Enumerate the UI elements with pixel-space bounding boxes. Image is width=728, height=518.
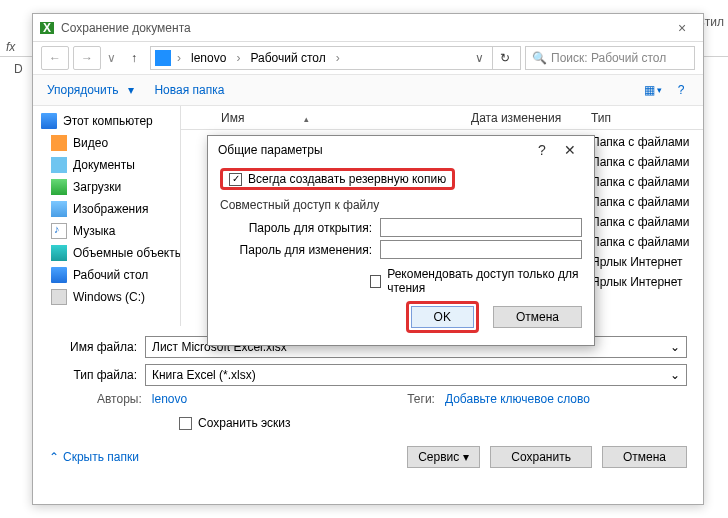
modal-titlebar: Общие параметры ? ✕ xyxy=(208,136,594,164)
svg-text:X: X xyxy=(43,21,51,35)
dialog-footer: ⌃Скрыть папки Сервис▾ Сохранить Отмена xyxy=(33,436,703,478)
ok-button-highlight: OK xyxy=(406,301,479,333)
folder-icon xyxy=(155,50,171,66)
drive-icon xyxy=(51,289,67,305)
tools-menu[interactable]: Сервис▾ xyxy=(407,446,480,468)
sidebar-item-downloads[interactable]: Загрузки xyxy=(33,176,180,198)
help-button[interactable]: ? xyxy=(667,78,695,102)
music-icon xyxy=(51,223,67,239)
chevron-right-icon: › xyxy=(332,51,344,65)
password-modify-input[interactable] xyxy=(380,240,582,259)
filetype-label: Тип файла: xyxy=(49,368,145,382)
filename-label: Имя файла: xyxy=(49,340,145,354)
filetype-select[interactable]: Книга Excel (*.xlsx)⌄ xyxy=(145,364,687,386)
sidebar-item-music[interactable]: Музыка xyxy=(33,220,180,242)
pictures-icon xyxy=(51,201,67,217)
save-button[interactable]: Сохранить xyxy=(490,446,592,468)
col-date[interactable]: Дата изменения xyxy=(471,111,591,125)
modal-title: Общие параметры xyxy=(218,143,528,157)
chevron-down-icon[interactable]: ▾ xyxy=(124,83,138,97)
chevron-down-icon[interactable]: ⌄ xyxy=(670,340,680,354)
refresh-button[interactable]: ↻ xyxy=(492,46,516,70)
always-backup-label: Всегда создавать резервную копию xyxy=(248,172,446,186)
tags-value[interactable]: Добавьте ключевое слово xyxy=(445,392,590,406)
chevron-down-icon: ▾ xyxy=(463,450,469,464)
authors-value[interactable]: lenovo xyxy=(152,392,187,406)
breadcrumb-leaf[interactable]: Рабочий стол xyxy=(246,51,329,65)
sidebar-item-pictures[interactable]: Изображения xyxy=(33,198,180,220)
breadcrumb-dropdown[interactable]: ∨ xyxy=(469,51,490,65)
sidebar-item-3d[interactable]: Объемные объекты xyxy=(33,242,180,264)
password-modify-label: Пароль для изменения: xyxy=(220,243,380,257)
sidebar-item-videos[interactable]: Видео xyxy=(33,132,180,154)
chevron-right-icon: › xyxy=(232,51,244,65)
sidebar: Этот компьютер Видео Документы Загрузки … xyxy=(33,106,181,326)
formula-bar-icon: fx xyxy=(6,40,15,54)
column-header-d: D xyxy=(14,62,23,76)
toolbar: Упорядочить ▾ Новая папка ▦▾ ? xyxy=(33,74,703,106)
sidebar-item-drive-c[interactable]: Windows (C:) xyxy=(33,286,180,308)
nav-forward-button[interactable]: → xyxy=(73,46,101,70)
documents-icon xyxy=(51,157,67,173)
file-sharing-section-label: Совместный доступ к файлу xyxy=(220,198,582,212)
column-headers[interactable]: Имя▴ Дата изменения Тип xyxy=(181,106,703,130)
ok-button[interactable]: OK xyxy=(411,306,474,328)
sidebar-item-documents[interactable]: Документы xyxy=(33,154,180,176)
titlebar: X Сохранение документа × xyxy=(33,14,703,42)
readonly-recommend-label: Рекомендовать доступ только для чтения xyxy=(387,267,582,295)
cancel-button[interactable]: Отмена xyxy=(493,306,582,328)
breadcrumb[interactable]: › lenovo › Рабочий стол › ∨ ↻ xyxy=(150,46,521,70)
general-options-dialog: Общие параметры ? ✕ Всегда создавать рез… xyxy=(207,135,595,346)
breadcrumb-root[interactable]: lenovo xyxy=(187,51,230,65)
view-options-button[interactable]: ▦▾ xyxy=(639,78,667,102)
cube-icon xyxy=(51,245,67,261)
organize-menu[interactable]: Упорядочить xyxy=(41,83,124,97)
search-placeholder: Поиск: Рабочий стол xyxy=(551,51,666,65)
nav-back-button[interactable]: ← xyxy=(41,46,69,70)
tags-label: Теги: xyxy=(407,392,435,406)
navigation-bar: ← → ∨ ↑ › lenovo › Рабочий стол › ∨ ↻ 🔍 … xyxy=(33,42,703,74)
nav-history-dropdown[interactable]: ∨ xyxy=(105,51,118,65)
nav-up-button[interactable]: ↑ xyxy=(122,46,146,70)
authors-label: Авторы: xyxy=(97,392,142,406)
sidebar-item-desktop[interactable]: Рабочий стол xyxy=(33,264,180,286)
col-name[interactable]: Имя▴ xyxy=(221,111,471,125)
col-type[interactable]: Тип xyxy=(591,111,703,125)
cancel-button[interactable]: Отмена xyxy=(602,446,687,468)
video-icon xyxy=(51,135,67,151)
close-button[interactable]: × xyxy=(667,20,697,36)
password-open-label: Пароль для открытия: xyxy=(220,221,380,235)
chevron-up-icon: ⌃ xyxy=(49,450,59,464)
password-open-input[interactable] xyxy=(380,218,582,237)
hide-folders-toggle[interactable]: ⌃Скрыть папки xyxy=(49,450,139,464)
chevron-right-icon: › xyxy=(173,51,185,65)
downloads-icon xyxy=(51,179,67,195)
sidebar-item-this-pc[interactable]: Этот компьютер xyxy=(33,110,180,132)
readonly-recommend-checkbox[interactable] xyxy=(370,275,381,288)
backup-option-highlight: Всегда создавать резервную копию xyxy=(220,168,455,190)
close-button[interactable]: ✕ xyxy=(556,142,584,158)
sort-ascending-icon: ▴ xyxy=(304,114,309,124)
always-backup-checkbox[interactable] xyxy=(229,173,242,186)
chevron-down-icon[interactable]: ⌄ xyxy=(670,368,680,382)
monitor-icon xyxy=(41,113,57,129)
search-input[interactable]: 🔍 Поиск: Рабочий стол xyxy=(525,46,695,70)
new-folder-button[interactable]: Новая папка xyxy=(148,83,230,97)
excel-icon: X xyxy=(39,20,55,36)
search-icon: 🔍 xyxy=(532,51,547,65)
save-thumbnail-label: Сохранить эскиз xyxy=(198,416,291,430)
window-title: Сохранение документа xyxy=(61,21,667,35)
desktop-icon xyxy=(51,267,67,283)
save-thumbnail-checkbox[interactable] xyxy=(179,417,192,430)
help-button[interactable]: ? xyxy=(528,142,556,158)
